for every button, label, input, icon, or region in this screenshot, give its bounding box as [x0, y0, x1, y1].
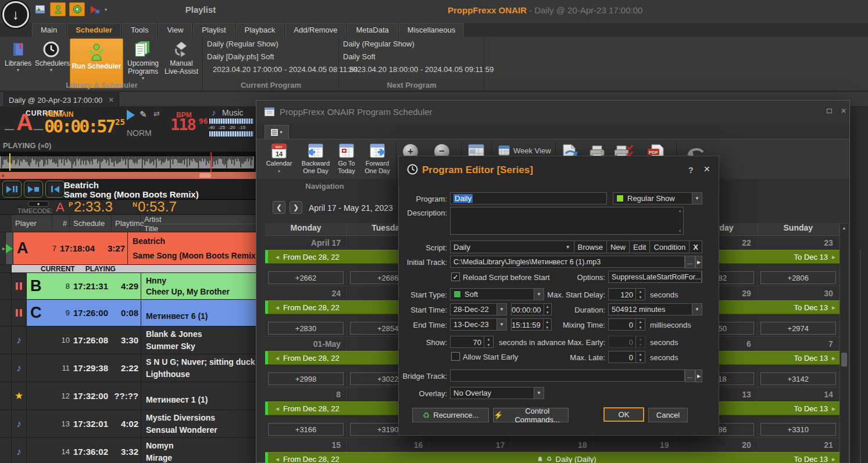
dropdown-chevron-icon[interactable]: ▼ [496, 319, 506, 330]
week-view-button[interactable]: Week View [498, 145, 551, 156]
allow-start-early-checkbox[interactable] [451, 352, 460, 361]
browse-ellipsis-button[interactable]: … [685, 369, 695, 382]
scheduler-titlebar[interactable]: ProppFrexx ONAIR Program Scheduler ✕ [256, 101, 849, 124]
max-start-delay-spinner[interactable]: 120▲▼ [608, 288, 645, 300]
qat-options-chevron-icon[interactable]: ▾ [105, 7, 107, 12]
loop-icon[interactable]: ⇄ [153, 109, 160, 118]
tab-view[interactable]: View [158, 23, 192, 37]
control-commands-button[interactable]: ⚡ Control Commands... [493, 408, 569, 422]
scrollbar-thumb[interactable] [199, 173, 211, 178]
program-bar[interactable]: ◄ From Dec 28, 22 ♻ Daily (Daily) To Dec… [265, 452, 840, 463]
more-items-button[interactable]: +2830 [268, 322, 344, 335]
backward-one-day-button[interactable]: Backward One Day [299, 141, 332, 175]
dropdown-chevron-icon[interactable]: ▼ [701, 271, 702, 282]
waveform-scrollbar[interactable]: ◂ [0, 172, 256, 179]
monitor-quick-icon[interactable] [69, 2, 85, 16]
play-pause-button[interactable] [2, 181, 22, 198]
tab-metadata[interactable]: MetaData [347, 23, 397, 37]
playlist-row[interactable]: ★ 12 17:32:00 ??:?? Метинвест 1 (1) [0, 382, 256, 410]
play-preview-button[interactable]: ▶ [695, 369, 702, 382]
scroll-up-arrow-icon[interactable]: ▲ [840, 224, 848, 232]
overlay-select[interactable]: No Overlay▼ [450, 387, 544, 399]
view-menu-button[interactable]: ▾ [265, 125, 289, 139]
nav-previous-button[interactable]: ❮ [273, 201, 285, 214]
bridge-track-input[interactable] [450, 369, 685, 382]
scroll-left-arrow-icon[interactable]: ◂ [1, 173, 4, 178]
max-late-spinner[interactable]: 0▲▼ [608, 351, 645, 363]
playlist-row[interactable]: ♪ 13 17:32:01 4:02 Mystic DiversionsSens… [0, 410, 256, 438]
header-artist-title[interactable]: Artist Title [141, 215, 256, 232]
schedulers-button[interactable]: Schedulers▾ [35, 38, 67, 73]
cancel-button[interactable]: Cancel [648, 408, 688, 422]
close-icon[interactable]: ✕ [703, 164, 710, 174]
more-items-button[interactable]: +2974 [760, 322, 836, 335]
dropdown-chevron-icon[interactable]: ▼ [496, 304, 506, 315]
nav-next-button[interactable]: ❯ [290, 201, 302, 214]
mixing-time-spinner[interactable]: 0▲▼ [608, 318, 645, 331]
play-stop-button[interactable] [24, 181, 43, 198]
manual-live-assist-button[interactable]: Manual Live-Assist [163, 38, 200, 76]
script-browse-button[interactable]: Browse [574, 241, 606, 253]
libraries-button[interactable]: Libraries▾ [2, 38, 34, 73]
upcoming-programs-button[interactable]: Upcoming Programs▾ [126, 38, 160, 81]
dropdown-chevron-icon[interactable]: ▼ [692, 304, 702, 315]
more-items-button[interactable]: +2806 [760, 271, 836, 284]
maximize-icon[interactable] [823, 106, 835, 116]
skip-to-start-button[interactable] [45, 181, 65, 198]
script-condition-button[interactable]: Condition [649, 241, 689, 253]
close-icon[interactable]: ✕ [838, 106, 849, 116]
tab-tools[interactable]: Tools [122, 23, 157, 37]
tab-playback[interactable]: Playback [236, 23, 284, 37]
header-player[interactable]: Player [12, 215, 52, 232]
dropdown-chevron-icon[interactable]: ▼ [562, 241, 574, 253]
start-date-select[interactable]: 28-Dec-22▼ [450, 303, 507, 315]
dropdown-chevron-icon[interactable]: ▼ [534, 387, 544, 399]
tab-main[interactable]: Main [32, 23, 66, 37]
close-tab-icon[interactable]: ✕ [108, 96, 114, 104]
forward-one-day-button[interactable]: Forward One Day [361, 141, 394, 175]
play-state-icon[interactable] [127, 110, 135, 120]
more-items-button[interactable]: +3142 [760, 372, 836, 385]
recurrence-button[interactable]: ♻ Recurrence... [412, 408, 489, 422]
duration-select[interactable]: 504912 minutes▼ [608, 303, 702, 315]
script-edit-button[interactable]: Edit [629, 241, 649, 253]
edit-pencil-icon[interactable]: ✎ [140, 109, 147, 120]
program-input[interactable]: Daily [450, 192, 607, 204]
scrollbar-thumb[interactable] [841, 353, 847, 367]
playlist-row[interactable]: ♪ 10 17:26:08 3:30 Blank & JonesSummer S… [0, 326, 256, 354]
calendar-scrollbar[interactable]: ▲ [840, 223, 849, 463]
tab-scheduler[interactable]: Scheduler [67, 23, 121, 37]
more-items-button[interactable]: +3166 [268, 423, 344, 436]
show-spinner[interactable]: 70▲▼ [450, 336, 494, 348]
calendar-dropdown-button[interactable]: MAY14 Calendar ▾ [262, 141, 296, 175]
playlist-document-tab[interactable]: Daily @ 20-Apr-23 17:00:00 ✕ [3, 92, 119, 107]
reload-script-checkbox[interactable]: ✓ [451, 272, 460, 281]
script-clear-button[interactable]: X [689, 241, 702, 253]
app-menu-button[interactable]: ↓ [2, 1, 29, 28]
dropdown-chevron-icon[interactable]: ▼ [692, 193, 702, 204]
header-schedule[interactable]: Schedule [70, 215, 112, 232]
script-new-button[interactable]: New [606, 241, 629, 253]
media-image-icon[interactable] [34, 2, 47, 16]
run-scheduler-quick-icon[interactable] [50, 2, 66, 16]
initial-track-input[interactable]: C:\MediaLibrary\Jingles\Метинвест 6 (1).… [450, 256, 685, 268]
playlist-row[interactable]: ♪ 11 17:29:38 2:22 S N U G; Nuver; sitti… [0, 354, 256, 382]
end-date-select[interactable]: 13-Dec-23▼ [450, 318, 507, 331]
go-to-today-button[interactable]: Go To Today [333, 141, 360, 175]
more-items-button[interactable]: +2998 [268, 372, 344, 385]
marker-button[interactable]: ▼ [28, 201, 49, 207]
playlist-row[interactable]: B 8 17:21:31 4:29 HnnyCheer Up, My Broth… [0, 273, 256, 300]
more-items-button[interactable]: +2662 [268, 271, 344, 284]
header-num[interactable]: # [52, 215, 70, 232]
header-playtime[interactable]: Playtime [112, 215, 141, 232]
help-button[interactable]: ? [688, 166, 694, 175]
ok-button[interactable]: OK [603, 407, 644, 422]
tab-miscellaneous[interactable]: Miscellaneous [399, 23, 464, 37]
script-select[interactable]: Daily [451, 243, 562, 252]
playlist-row[interactable]: ▸ A 7 17:18:04 3:27 BeatrichSame Song (M… [0, 232, 256, 265]
browse-ellipsis-button[interactable]: … [685, 256, 695, 268]
description-textarea[interactable]: ▲▼ [450, 207, 684, 235]
options-select[interactable]: SuppressLateStartRollFor...▼ [608, 271, 702, 283]
program-type-select[interactable]: Regular Show▼ [613, 192, 702, 204]
playlist-row[interactable]: C 9 17:26:00 0:08 Метинвест 6 (1) [0, 300, 256, 326]
